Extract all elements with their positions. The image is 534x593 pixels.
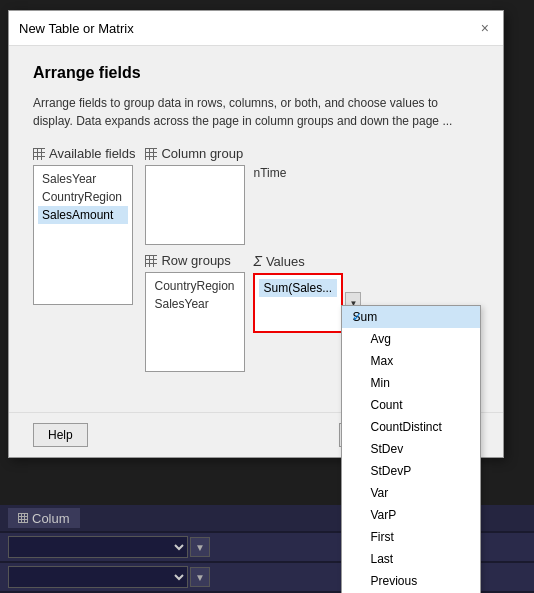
dropdown-item-stdev[interactable]: StDev	[342, 438, 480, 460]
taskbar-select-2[interactable]	[8, 566, 188, 588]
column-group-panel: Column group	[145, 146, 245, 245]
dropdown-item-avg[interactable]: Avg	[342, 328, 480, 350]
row-groups-listbox[interactable]: CountryRegion SalesYear	[145, 272, 245, 372]
dropdown-item-count[interactable]: Count	[342, 394, 480, 416]
right-panels: Column group nTime Row groups Co	[145, 146, 479, 372]
grid-icon-available	[33, 148, 45, 160]
taskbar-dropdown-btn-2[interactable]: ▼	[190, 567, 210, 587]
values-input-item[interactable]: Sum(Sales...	[259, 279, 337, 297]
values-label: Σ Values	[253, 253, 361, 269]
dropdown-item-sum[interactable]: Sum	[342, 306, 480, 328]
taskbar-select-1[interactable]	[8, 536, 188, 558]
taskbar-tab-label: Colum	[32, 511, 70, 526]
list-item[interactable]: CountryRegion	[38, 188, 128, 206]
dropdown-item-last[interactable]: Last	[342, 548, 480, 570]
dialog-body: Arrange fields Arrange fields to group d…	[9, 46, 503, 404]
available-fields-listbox[interactable]: SalesYear CountryRegion SalesAmount	[33, 165, 133, 305]
sigma-icon: Σ	[253, 253, 261, 269]
list-item[interactable]: SalesYear	[38, 170, 128, 188]
list-item[interactable]: SalesAmount	[38, 206, 128, 224]
column-group-listbox[interactable]	[145, 165, 245, 245]
row-groups-panel: Row groups CountryRegion SalesYear	[145, 253, 245, 372]
page-title: Arrange fields	[33, 64, 479, 82]
taskbar-tab[interactable]: Colum	[8, 508, 80, 528]
dropdown-item-varp[interactable]: VarP	[342, 504, 480, 526]
taskbar-dropdown-btn[interactable]: ▼	[190, 537, 210, 557]
dropdown-menu: Sum Avg Max Min Count CountDistinct StDe…	[341, 305, 481, 593]
list-item[interactable]: SalesYear	[150, 295, 240, 313]
ntime-label: nTime	[253, 146, 286, 245]
help-button[interactable]: Help	[33, 423, 88, 447]
row-groups-label: Row groups	[145, 253, 245, 268]
list-item[interactable]: CountryRegion	[150, 277, 240, 295]
description-text: Arrange fields to group data in rows, co…	[33, 94, 479, 130]
close-button[interactable]: ×	[477, 19, 493, 37]
available-fields-panel: Available fields SalesYear CountryRegion…	[33, 146, 135, 372]
bottom-right-row: Row groups CountryRegion SalesYear Σ Val…	[145, 253, 479, 372]
title-bar: New Table or Matrix ×	[9, 11, 503, 46]
grid-icon-column	[145, 148, 157, 160]
fields-area: Available fields SalesYear CountryRegion…	[33, 146, 479, 372]
values-listbox[interactable]: Sum(Sales...	[253, 273, 343, 333]
grid-icon-tab	[18, 513, 28, 523]
dialog-window: New Table or Matrix × Arrange fields Arr…	[8, 10, 504, 458]
dropdown-item-stdevp[interactable]: StDevP	[342, 460, 480, 482]
column-group-label: Column group	[145, 146, 245, 161]
top-right-row: Column group nTime	[145, 146, 479, 245]
values-panel: Σ Values Sum(Sales... ▼ Sum Avg	[253, 253, 361, 372]
dropdown-item-countdistinct[interactable]: CountDistinct	[342, 416, 480, 438]
dropdown-item-first[interactable]: First	[342, 526, 480, 548]
dropdown-item-min[interactable]: Min	[342, 372, 480, 394]
available-fields-label: Available fields	[33, 146, 135, 161]
grid-icon-row	[145, 255, 157, 267]
dropdown-item-var[interactable]: Var	[342, 482, 480, 504]
dropdown-item-previous[interactable]: Previous	[342, 570, 480, 592]
dropdown-item-max[interactable]: Max	[342, 350, 480, 372]
dialog-title: New Table or Matrix	[19, 21, 134, 36]
